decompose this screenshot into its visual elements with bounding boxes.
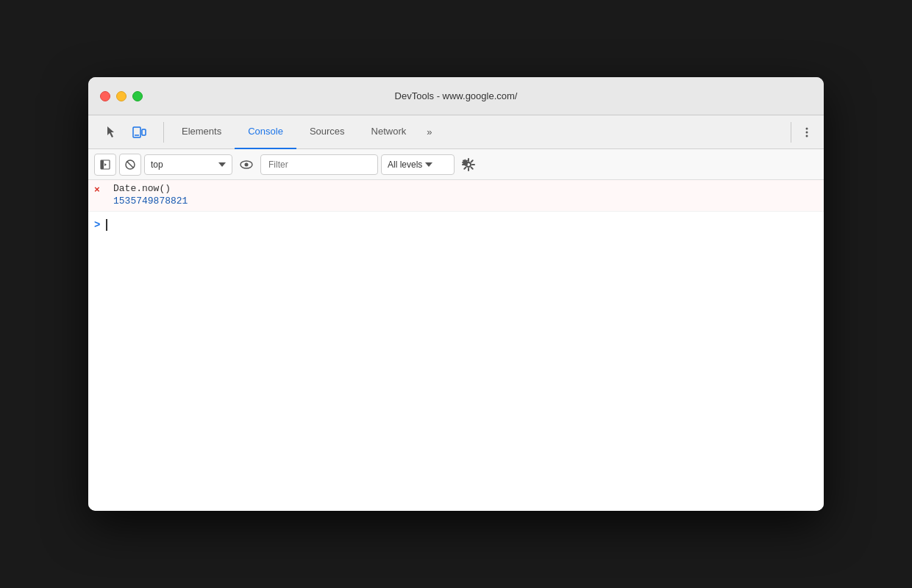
clear-console-button[interactable] [119,154,141,176]
context-selector[interactable]: top [144,154,232,175]
more-options-button[interactable] [796,121,818,143]
svg-line-10 [127,161,134,168]
svg-rect-1 [142,129,146,135]
levels-label: All levels [388,159,422,170]
settings-button[interactable] [457,154,480,176]
close-button[interactable] [100,91,110,101]
console-toolbar: top All levels [88,149,824,180]
inspect-icon-button[interactable] [100,121,122,143]
levels-chevron-icon [425,162,432,167]
svg-rect-7 [101,160,104,169]
tab-network[interactable]: Network [358,115,420,149]
show-drawer-button[interactable] [94,154,116,176]
console-result-value: 1535749878821 [113,194,818,208]
console-cursor [106,219,107,231]
sidebar-icon [100,159,110,170]
kebab-menu-icon [801,126,813,138]
console-input-row[interactable]: > [88,212,824,238]
tabs-bar: Elements Console Sources Network » [88,115,824,149]
devtools-window: DevTools - www.google.com/ Ele [88,77,824,511]
device-mode-button[interactable] [128,121,150,143]
device-icon [132,125,146,140]
svg-marker-8 [104,163,107,166]
svg-line-21 [464,167,466,168]
tab-elements[interactable]: Elements [168,115,235,149]
context-chevron-icon [218,162,226,167]
svg-line-20 [471,160,473,162]
error-icon: × [94,184,106,196]
tab-more-button[interactable]: » [419,115,439,149]
window-title: DevTools - www.google.com/ [395,90,518,101]
console-prompt-symbol: > [94,219,100,231]
svg-point-12 [245,162,249,166]
traffic-lights [100,91,143,101]
title-bar: DevTools - www.google.com/ [88,77,824,115]
svg-rect-0 [133,127,140,137]
console-input-area[interactable] [106,219,818,231]
tab-left-icons [94,121,156,143]
svg-point-4 [806,131,808,133]
svg-line-19 [471,167,473,168]
tab-sources[interactable]: Sources [296,115,358,149]
maximize-button[interactable] [132,91,143,101]
eye-button[interactable] [235,154,257,176]
cursor-icon [104,125,118,140]
tab-separator [163,122,164,143]
svg-point-5 [806,135,808,137]
filter-input[interactable] [260,154,378,175]
console-output: × Date.now() 1535749878821 > [88,180,824,511]
context-value: top [151,159,214,170]
eye-icon [240,159,253,170]
block-icon [124,159,136,171]
gear-icon [462,158,475,171]
console-command-text: Date.now() [113,183,818,194]
console-entry: × Date.now() 1535749878821 [88,180,824,212]
svg-point-3 [806,127,808,129]
console-entry-content: Date.now() 1535749878821 [113,183,818,208]
tab-console[interactable]: Console [235,115,296,149]
log-levels-selector[interactable]: All levels [381,154,455,175]
minimize-button[interactable] [116,91,127,101]
tab-end-separator [791,122,791,143]
